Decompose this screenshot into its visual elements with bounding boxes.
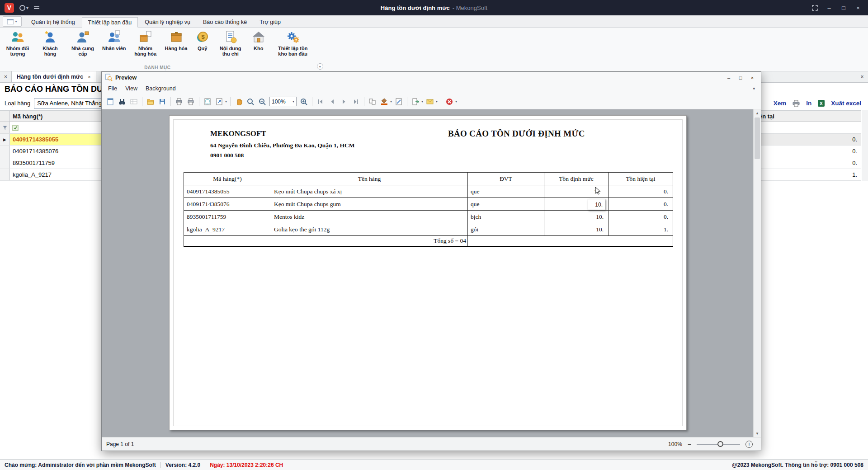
save-icon[interactable] <box>157 96 168 108</box>
fullscreen-button[interactable] <box>808 2 821 13</box>
tab-tro-giup[interactable]: Trợ giúp <box>254 17 287 27</box>
grid-code-column-header[interactable]: Mã hàng(*) <box>10 113 45 120</box>
autofilter-icon[interactable] <box>12 125 19 131</box>
zoom-in-icon[interactable] <box>298 96 309 108</box>
nav-prev-page-icon[interactable] <box>327 96 338 108</box>
open-icon[interactable] <box>145 96 156 108</box>
ribbon-item-nha-cung-cap[interactable]: Nhà cung cấp <box>67 29 99 57</box>
hand-tool-icon[interactable] <box>233 96 244 108</box>
ribbon-item-nhom-doi-tuong[interactable]: Nhóm đối tượng <box>2 29 33 57</box>
ribbon-item-quy[interactable]: $ Quỹ <box>191 29 214 52</box>
customize-toolbar-icon[interactable] <box>34 6 39 9</box>
caret-down-icon[interactable]: ▾ <box>421 99 423 103</box>
circle-icon <box>19 5 25 11</box>
preview-maximize-button[interactable]: □ <box>735 73 746 82</box>
page-setup-icon[interactable] <box>105 96 116 108</box>
ribbon-item-kho[interactable]: Kho <box>247 29 270 52</box>
print-button[interactable]: In <box>806 100 811 107</box>
grid-code-cell[interactable]: 04091714385076 <box>10 148 61 155</box>
stock-value: 0. <box>852 148 857 155</box>
minimize-button[interactable]: – <box>823 2 835 13</box>
caret-down-icon[interactable]: ▾ <box>390 99 392 103</box>
app-logo-icon[interactable]: V <box>5 3 14 13</box>
nav-next-page-icon[interactable] <box>339 96 349 108</box>
view-button[interactable]: Xem <box>774 100 787 107</box>
preview-toolbar: ▾ 100% ▾ ▾ ▾ ▾ ▾ <box>102 94 761 109</box>
preview-window: Preview – □ × File View Background ▾ ▾ 1… <box>101 71 761 451</box>
close-button[interactable]: × <box>852 2 864 13</box>
grid-code-cell[interactable]: 04091714385055 <box>10 136 61 143</box>
tab-bao-cao-thong-ke[interactable]: Báo cáo thống kê <box>197 17 253 27</box>
ribbon-group-label: DANH MỤC <box>0 65 315 70</box>
report-table-footer: Tổng số = 04 <box>184 236 673 246</box>
search-icon[interactable] <box>117 96 127 108</box>
zoom-combo[interactable]: 100% ▾ <box>269 97 297 106</box>
ribbon-item-noi-dung-thu-chi[interactable]: Nội dung thu chi <box>215 29 246 57</box>
zoom-slider[interactable] <box>697 441 740 447</box>
zoom-out-icon[interactable] <box>257 96 268 108</box>
tabstrip-close-button[interactable]: × <box>0 71 12 82</box>
zoom-out-button[interactable]: − <box>688 441 691 447</box>
menu-view[interactable]: View <box>121 84 142 93</box>
ribbon-item-nhan-vien[interactable]: Nhân viên <box>99 29 129 52</box>
multiple-pages-icon[interactable] <box>367 96 378 108</box>
ribbon: Nhóm đối tượng Khách hàng Nhà cung cấp N… <box>0 28 868 71</box>
zoom-slider-handle[interactable] <box>717 441 723 447</box>
export-excel-button[interactable]: Xuất excel <box>831 100 861 107</box>
warehouse-icon <box>251 30 266 44</box>
page-margin-guide <box>173 119 683 426</box>
grid-code-cell[interactable]: kgolia_A_9217 <box>10 171 54 178</box>
maximize-button[interactable]: □ <box>837 2 850 13</box>
menu-background[interactable]: Background <box>142 84 180 93</box>
app-menu-button[interactable]: ▾ <box>3 16 22 27</box>
caret-down-icon[interactable]: ▾ <box>225 99 227 103</box>
caret-down-icon: ▾ <box>15 19 17 24</box>
scrollbar-thumb[interactable] <box>755 118 760 159</box>
magnifier-icon[interactable] <box>245 96 256 108</box>
preview-titlebar[interactable]: Preview – □ × <box>102 72 761 83</box>
nav-last-page-icon[interactable] <box>350 96 361 108</box>
filter-label: Loại hàng <box>5 100 30 107</box>
ribbon-item-hang-hoa[interactable]: Hàng hóa <box>162 29 190 52</box>
print-icon[interactable] <box>174 96 184 108</box>
doc-tab-close-icon[interactable]: × <box>88 74 90 80</box>
page-scale-icon[interactable] <box>214 96 225 108</box>
quick-access-icon[interactable]: ▾ <box>19 5 28 11</box>
scroll-up-icon[interactable]: ▲ <box>754 109 761 117</box>
excel-icon[interactable]: X <box>817 99 825 107</box>
document-map-icon[interactable] <box>128 96 139 108</box>
page-margins-icon[interactable] <box>202 96 213 108</box>
ribbon-item-thiet-lap-ton-kho[interactable]: Thiết lập tồn kho ban đầu <box>271 29 315 57</box>
quick-print-icon[interactable] <box>185 96 196 108</box>
email-icon[interactable] <box>425 96 435 108</box>
nav-first-page-icon[interactable] <box>315 96 326 108</box>
page-color-icon[interactable] <box>379 96 390 108</box>
tab-thiet-lap-ban-dau[interactable]: Thiết lập ban đầu <box>82 17 138 28</box>
ribbon-item-khach-hang[interactable]: Khách hàng <box>34 29 66 57</box>
tab-quan-ly-nghiep-vu[interactable]: Quản lý nghiệp vụ <box>139 17 196 27</box>
preview-close-button[interactable]: × <box>747 73 758 82</box>
filter-row-indicator <box>0 122 10 133</box>
app-statusbar: Chào mừng: Administrator đến với phần mề… <box>0 459 868 470</box>
funnel-icon <box>2 125 8 131</box>
tab-quan-tri-he-thong[interactable]: Quản trị hệ thống <box>25 17 81 27</box>
watermark-icon[interactable] <box>393 96 404 108</box>
doc-tab-hang-ton-duoi-dinh-muc[interactable]: Hàng tồn dưới định mức × <box>12 71 96 82</box>
printer-icon[interactable] <box>792 100 800 107</box>
preview-canvas[interactable]: MEKONGSOFT 64 Nguyễn Đình Chiểu, Phường … <box>102 109 761 437</box>
caret-down-icon[interactable]: ▾ <box>436 99 438 103</box>
exit-preview-icon[interactable] <box>444 96 455 108</box>
preview-minimize-button[interactable]: – <box>723 73 734 82</box>
group-dialog-launcher-icon[interactable]: ▾ <box>317 63 323 70</box>
scroll-down-icon[interactable]: ▼ <box>754 430 761 437</box>
grid-code-cell[interactable]: 8935001711759 <box>10 160 57 166</box>
menu-overflow-icon[interactable]: ▾ <box>753 86 759 91</box>
caret-down-icon[interactable]: ▾ <box>455 99 457 103</box>
menu-file[interactable]: File <box>104 84 121 93</box>
export-document-icon[interactable] <box>410 96 421 108</box>
preview-vscrollbar[interactable]: ▲ ▼ <box>753 109 761 437</box>
svg-text:X: X <box>820 101 823 106</box>
ribbon-item-nhom-hang-hoa[interactable]: Nhóm hàng hóa <box>130 29 161 57</box>
tabstrip-close-right-button[interactable]: × <box>856 71 868 82</box>
zoom-in-button[interactable]: + <box>745 441 753 448</box>
